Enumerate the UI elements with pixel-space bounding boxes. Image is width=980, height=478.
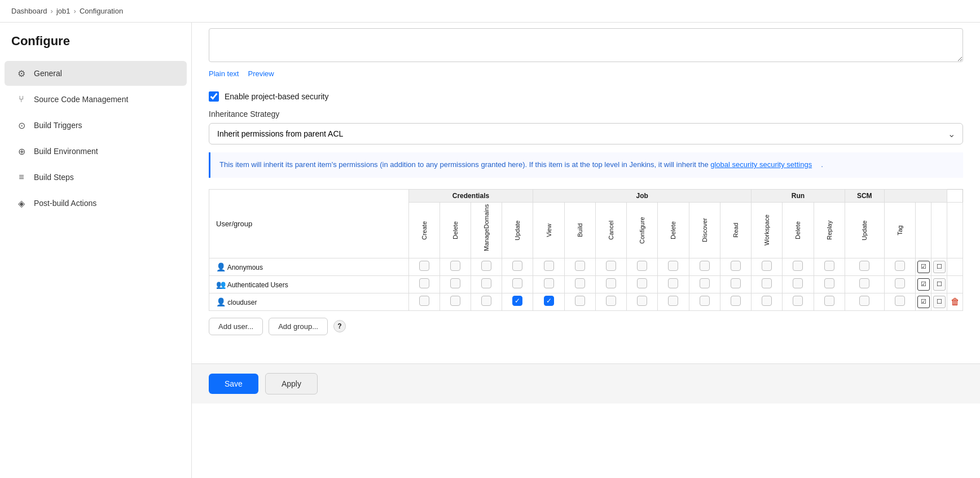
perm-cell xyxy=(533,275,564,293)
perm-checkbox[interactable] xyxy=(793,296,803,306)
select-all-icon[interactable]: ☑ xyxy=(917,296,930,308)
perm-checkbox[interactable] xyxy=(668,296,678,306)
perm-checkbox[interactable] xyxy=(481,278,491,288)
perm-checkbox[interactable] xyxy=(668,261,678,271)
perm-checkbox[interactable] xyxy=(544,261,554,271)
sidebar-item-label-general: General xyxy=(34,69,62,78)
perm-checkbox[interactable] xyxy=(700,278,710,288)
perm-checkbox[interactable] xyxy=(895,261,905,271)
perm-checkbox[interactable] xyxy=(544,278,554,288)
action-td-1: ☑ xyxy=(916,258,931,275)
perm-checkbox[interactable] xyxy=(575,296,585,306)
perm-checkbox[interactable] xyxy=(859,296,869,306)
perm-checkbox[interactable] xyxy=(512,278,522,288)
perm-checkbox[interactable] xyxy=(895,278,905,288)
perm-checkbox[interactable] xyxy=(575,278,585,288)
perm-checkbox[interactable] xyxy=(450,261,460,271)
perm-checkbox[interactable] xyxy=(700,296,710,306)
perm-checkbox[interactable] xyxy=(481,296,491,306)
select-all-icon[interactable]: ☑ xyxy=(917,261,930,273)
perm-checkbox[interactable] xyxy=(606,296,616,306)
perm-checkbox[interactable] xyxy=(450,278,460,288)
col-action-1 xyxy=(916,202,931,258)
perm-checkbox[interactable] xyxy=(419,261,429,271)
perm-checkbox[interactable] xyxy=(731,296,741,306)
perm-checkbox[interactable] xyxy=(637,296,647,306)
perm-cell xyxy=(564,258,595,275)
perm-checkbox[interactable] xyxy=(450,296,460,306)
perm-checkbox[interactable] xyxy=(824,278,834,288)
branch-icon: ⑂ xyxy=(16,94,27,105)
table-row: 👤 clouduser☑☐🗑 xyxy=(209,293,963,310)
breadcrumb-dashboard[interactable]: Dashboard xyxy=(11,7,47,15)
perm-checkbox[interactable] xyxy=(512,261,522,271)
enable-security-checkbox[interactable] xyxy=(209,91,219,102)
perm-checkbox[interactable] xyxy=(895,296,905,306)
perm-checkbox[interactable] xyxy=(575,261,585,271)
perm-checkbox[interactable] xyxy=(762,296,772,306)
perm-checkbox[interactable] xyxy=(824,261,834,271)
perm-checkbox[interactable] xyxy=(793,278,803,288)
add-user-button[interactable]: Add user... xyxy=(209,318,263,335)
perm-cell xyxy=(595,275,626,293)
sidebar-item-build-steps[interactable]: ≡ Build Steps xyxy=(5,165,187,190)
breadcrumb-sep-1: › xyxy=(51,7,53,15)
user-td: 👤 clouduser xyxy=(209,293,409,310)
perm-checkbox[interactable] xyxy=(731,261,741,271)
sidebar-item-build-env[interactable]: ⊕ Build Environment xyxy=(5,139,187,164)
add-group-button[interactable]: Add group... xyxy=(269,318,328,335)
tab-plain-text[interactable]: Plain text xyxy=(209,67,239,80)
select-all-icon[interactable]: ☑ xyxy=(917,278,930,291)
deselect-all-icon[interactable]: ☐ xyxy=(933,261,946,273)
perm-checkbox[interactable] xyxy=(512,296,522,306)
action-td-3 xyxy=(947,275,963,293)
perm-checkbox[interactable] xyxy=(606,261,616,271)
save-button[interactable]: Save xyxy=(209,374,258,394)
col-job-workspace: Workspace xyxy=(752,202,783,258)
perm-checkbox[interactable] xyxy=(859,261,869,271)
perm-checkbox[interactable] xyxy=(824,296,834,306)
perm-checkbox[interactable] xyxy=(859,278,869,288)
perm-checkbox[interactable] xyxy=(731,278,741,288)
help-badge[interactable]: ? xyxy=(333,320,346,332)
perm-checkbox[interactable] xyxy=(762,261,772,271)
perm-checkbox[interactable] xyxy=(637,278,647,288)
tab-links: Plain text Preview xyxy=(209,64,963,80)
perm-checkbox[interactable] xyxy=(762,278,772,288)
deselect-all-icon[interactable]: ☐ xyxy=(933,296,946,308)
perm-checkbox[interactable] xyxy=(700,261,710,271)
sidebar-item-build-triggers[interactable]: ⊙ Build Triggers xyxy=(5,113,187,138)
deselect-all-icon[interactable]: ☐ xyxy=(933,278,946,291)
perm-cell xyxy=(783,258,814,275)
perm-checkbox[interactable] xyxy=(637,261,647,271)
col-cred-manage: ManageDomains xyxy=(471,202,502,258)
perm-checkbox[interactable] xyxy=(606,278,616,288)
perm-cell xyxy=(884,293,915,310)
perm-cell xyxy=(845,293,884,310)
perm-cell xyxy=(440,275,471,293)
perm-cell xyxy=(814,275,845,293)
perm-cell xyxy=(720,293,751,310)
delete-user-icon[interactable]: 🗑 xyxy=(949,296,961,308)
perm-checkbox[interactable] xyxy=(668,278,678,288)
sidebar-item-post-build[interactable]: ◈ Post-build Actions xyxy=(5,191,187,216)
tab-preview[interactable]: Preview xyxy=(248,67,274,80)
perm-checkbox[interactable] xyxy=(419,296,429,306)
perm-checkbox[interactable] xyxy=(544,296,554,306)
sidebar-item-general[interactable]: ⚙ General xyxy=(5,61,187,86)
perm-checkbox[interactable] xyxy=(419,278,429,288)
description-textarea[interactable] xyxy=(209,28,963,62)
perm-checkbox[interactable] xyxy=(793,261,803,271)
breadcrumb-job1[interactable]: job1 xyxy=(56,7,71,15)
user-td: 👤 Anonymous xyxy=(209,258,409,275)
sidebar-item-scm[interactable]: ⑂ Source Code Management xyxy=(5,87,187,112)
breadcrumb-configuration: Configuration xyxy=(80,7,123,15)
inheritance-select[interactable]: Inherit permissions from parent ACL xyxy=(209,123,963,144)
permissions-table: User/group Credentials Job Run SCM Creat… xyxy=(209,189,963,311)
perm-cell xyxy=(845,275,884,293)
global-security-link[interactable]: global security security settings xyxy=(710,158,812,171)
perm-cell xyxy=(884,275,915,293)
perm-cell xyxy=(752,258,783,275)
apply-button[interactable]: Apply xyxy=(265,373,318,394)
perm-checkbox[interactable] xyxy=(481,261,491,271)
